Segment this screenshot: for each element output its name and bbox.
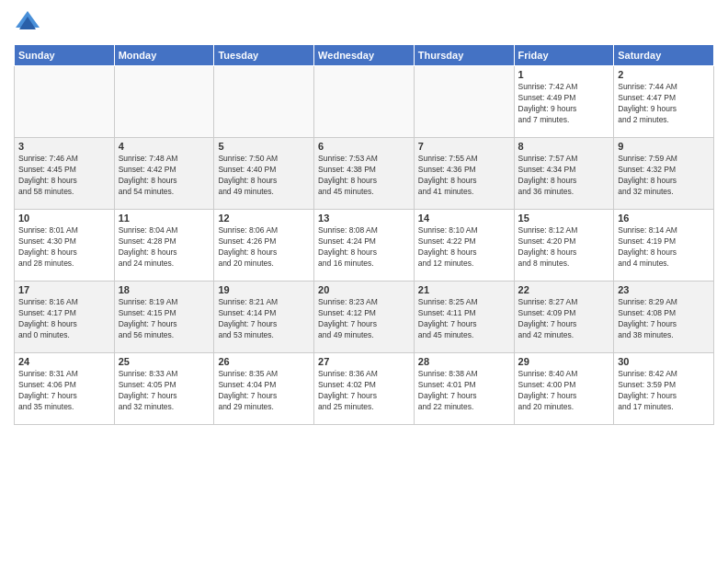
calendar-cell: 21Sunrise: 8:25 AM Sunset: 4:11 PM Dayli… (414, 282, 514, 353)
day-info: Sunrise: 7:57 AM Sunset: 4:34 PM Dayligh… (518, 154, 610, 198)
day-info: Sunrise: 8:06 AM Sunset: 4:26 PM Dayligh… (218, 225, 310, 270)
calendar-cell: 19Sunrise: 8:21 AM Sunset: 4:14 PM Dayli… (214, 282, 314, 353)
calendar-cell: 17Sunrise: 8:16 AM Sunset: 4:17 PM Dayli… (15, 282, 115, 353)
calendar-week-2: 10Sunrise: 8:01 AM Sunset: 4:30 PM Dayli… (15, 210, 714, 282)
calendar-cell: 15Sunrise: 8:12 AM Sunset: 4:20 PM Dayli… (514, 210, 614, 282)
calendar-cell: 13Sunrise: 8:08 AM Sunset: 4:24 PM Dayli… (314, 210, 415, 282)
calendar-header-sunday: Sunday (15, 45, 115, 66)
page: SundayMondayTuesdayWednesdayThursdayFrid… (0, 0, 728, 563)
calendar-cell: 25Sunrise: 8:33 AM Sunset: 4:05 PM Dayli… (114, 353, 214, 425)
day-number: 26 (218, 356, 310, 367)
calendar-cell: 2Sunrise: 7:44 AM Sunset: 4:47 PM Daylig… (614, 66, 714, 138)
calendar-cell: 22Sunrise: 8:27 AM Sunset: 4:09 PM Dayli… (514, 282, 614, 353)
day-number: 30 (618, 356, 710, 367)
day-number: 3 (18, 141, 110, 152)
day-info: Sunrise: 7:53 AM Sunset: 4:38 PM Dayligh… (318, 154, 410, 198)
calendar-cell: 11Sunrise: 8:04 AM Sunset: 4:28 PM Dayli… (114, 210, 214, 282)
day-number: 10 (18, 213, 110, 224)
day-number: 14 (418, 213, 510, 224)
calendar-header-monday: Monday (114, 45, 214, 66)
calendar-header-saturday: Saturday (614, 45, 714, 66)
calendar-cell: 9Sunrise: 7:59 AM Sunset: 4:32 PM Daylig… (614, 138, 714, 210)
day-info: Sunrise: 8:19 AM Sunset: 4:15 PM Dayligh… (119, 297, 210, 341)
day-info: Sunrise: 7:48 AM Sunset: 4:42 PM Dayligh… (119, 154, 210, 198)
calendar-week-4: 24Sunrise: 8:31 AM Sunset: 4:06 PM Dayli… (15, 353, 714, 425)
calendar-cell: 1Sunrise: 7:42 AM Sunset: 4:49 PM Daylig… (514, 66, 614, 138)
day-info: Sunrise: 8:31 AM Sunset: 4:06 PM Dayligh… (18, 369, 110, 413)
day-info: Sunrise: 8:14 AM Sunset: 4:19 PM Dayligh… (618, 225, 710, 270)
day-info: Sunrise: 8:25 AM Sunset: 4:11 PM Dayligh… (418, 297, 510, 341)
calendar-header-thursday: Thursday (414, 45, 514, 66)
day-number: 12 (218, 213, 310, 224)
calendar-cell: 12Sunrise: 8:06 AM Sunset: 4:26 PM Dayli… (214, 210, 314, 282)
calendar-week-3: 17Sunrise: 8:16 AM Sunset: 4:17 PM Dayli… (15, 282, 714, 353)
calendar-cell: 14Sunrise: 8:10 AM Sunset: 4:22 PM Dayli… (414, 210, 514, 282)
calendar-cell: 8Sunrise: 7:57 AM Sunset: 4:34 PM Daylig… (514, 138, 614, 210)
calendar-cell: 24Sunrise: 8:31 AM Sunset: 4:06 PM Dayli… (15, 353, 115, 425)
day-info: Sunrise: 8:23 AM Sunset: 4:12 PM Dayligh… (318, 297, 410, 341)
calendar-cell: 5Sunrise: 7:50 AM Sunset: 4:40 PM Daylig… (214, 138, 314, 210)
calendar-cell: 18Sunrise: 8:19 AM Sunset: 4:15 PM Dayli… (114, 282, 214, 353)
calendar-cell: 4Sunrise: 7:48 AM Sunset: 4:42 PM Daylig… (114, 138, 214, 210)
calendar-cell (414, 66, 514, 138)
day-info: Sunrise: 8:42 AM Sunset: 3:59 PM Dayligh… (618, 369, 710, 413)
day-number: 7 (418, 141, 510, 152)
day-number: 2 (618, 69, 710, 80)
day-number: 8 (518, 141, 610, 152)
day-number: 4 (119, 141, 210, 152)
calendar-cell: 28Sunrise: 8:38 AM Sunset: 4:01 PM Dayli… (414, 353, 514, 425)
day-info: Sunrise: 8:21 AM Sunset: 4:14 PM Dayligh… (218, 297, 310, 341)
day-number: 18 (119, 284, 210, 295)
day-number: 29 (518, 356, 610, 367)
calendar-cell (214, 66, 314, 138)
day-info: Sunrise: 8:35 AM Sunset: 4:04 PM Dayligh… (218, 369, 310, 413)
calendar-cell: 23Sunrise: 8:29 AM Sunset: 4:08 PM Dayli… (614, 282, 714, 353)
calendar-cell: 26Sunrise: 8:35 AM Sunset: 4:04 PM Dayli… (214, 353, 314, 425)
calendar-cell: 20Sunrise: 8:23 AM Sunset: 4:12 PM Dayli… (314, 282, 415, 353)
day-info: Sunrise: 8:40 AM Sunset: 4:00 PM Dayligh… (518, 369, 610, 413)
logo-icon (14, 9, 41, 37)
day-info: Sunrise: 8:27 AM Sunset: 4:09 PM Dayligh… (518, 297, 610, 341)
logo (14, 9, 45, 37)
calendar-cell: 7Sunrise: 7:55 AM Sunset: 4:36 PM Daylig… (414, 138, 514, 210)
day-info: Sunrise: 7:46 AM Sunset: 4:45 PM Dayligh… (18, 154, 110, 198)
calendar-cell: 27Sunrise: 8:36 AM Sunset: 4:02 PM Dayli… (314, 353, 415, 425)
day-info: Sunrise: 8:33 AM Sunset: 4:05 PM Dayligh… (119, 369, 210, 413)
day-number: 1 (518, 69, 610, 80)
day-number: 5 (218, 141, 310, 152)
day-number: 19 (218, 284, 310, 295)
day-info: Sunrise: 8:12 AM Sunset: 4:20 PM Dayligh… (518, 225, 610, 270)
calendar-cell (114, 66, 214, 138)
day-info: Sunrise: 8:04 AM Sunset: 4:28 PM Dayligh… (119, 225, 210, 270)
day-info: Sunrise: 7:44 AM Sunset: 4:47 PM Dayligh… (618, 82, 710, 126)
day-number: 6 (318, 141, 410, 152)
day-info: Sunrise: 8:29 AM Sunset: 4:08 PM Dayligh… (618, 297, 710, 341)
calendar-cell (15, 66, 115, 138)
day-number: 13 (318, 213, 410, 224)
day-info: Sunrise: 7:59 AM Sunset: 4:32 PM Dayligh… (618, 154, 710, 198)
day-info: Sunrise: 7:55 AM Sunset: 4:36 PM Dayligh… (418, 154, 510, 198)
day-info: Sunrise: 7:50 AM Sunset: 4:40 PM Dayligh… (218, 154, 310, 198)
calendar-cell (314, 66, 415, 138)
calendar-week-0: 1Sunrise: 7:42 AM Sunset: 4:49 PM Daylig… (15, 66, 714, 138)
day-info: Sunrise: 8:01 AM Sunset: 4:30 PM Dayligh… (18, 225, 110, 270)
calendar-table: SundayMondayTuesdayWednesdayThursdayFrid… (14, 44, 714, 425)
calendar-header-tuesday: Tuesday (214, 45, 314, 66)
day-info: Sunrise: 8:36 AM Sunset: 4:02 PM Dayligh… (318, 369, 410, 413)
day-number: 15 (518, 213, 610, 224)
calendar-cell: 30Sunrise: 8:42 AM Sunset: 3:59 PM Dayli… (614, 353, 714, 425)
day-number: 17 (18, 284, 110, 295)
calendar-week-1: 3Sunrise: 7:46 AM Sunset: 4:45 PM Daylig… (15, 138, 714, 210)
day-number: 25 (119, 356, 210, 367)
day-number: 16 (618, 213, 710, 224)
day-info: Sunrise: 8:08 AM Sunset: 4:24 PM Dayligh… (318, 225, 410, 270)
calendar-header-friday: Friday (514, 45, 614, 66)
day-number: 27 (318, 356, 410, 367)
day-info: Sunrise: 8:38 AM Sunset: 4:01 PM Dayligh… (418, 369, 510, 413)
calendar-header-wednesday: Wednesday (314, 45, 415, 66)
calendar-header-row: SundayMondayTuesdayWednesdayThursdayFrid… (15, 45, 714, 66)
calendar-cell: 3Sunrise: 7:46 AM Sunset: 4:45 PM Daylig… (15, 138, 115, 210)
calendar-cell: 29Sunrise: 8:40 AM Sunset: 4:00 PM Dayli… (514, 353, 614, 425)
day-number: 21 (418, 284, 510, 295)
day-number: 11 (119, 213, 210, 224)
